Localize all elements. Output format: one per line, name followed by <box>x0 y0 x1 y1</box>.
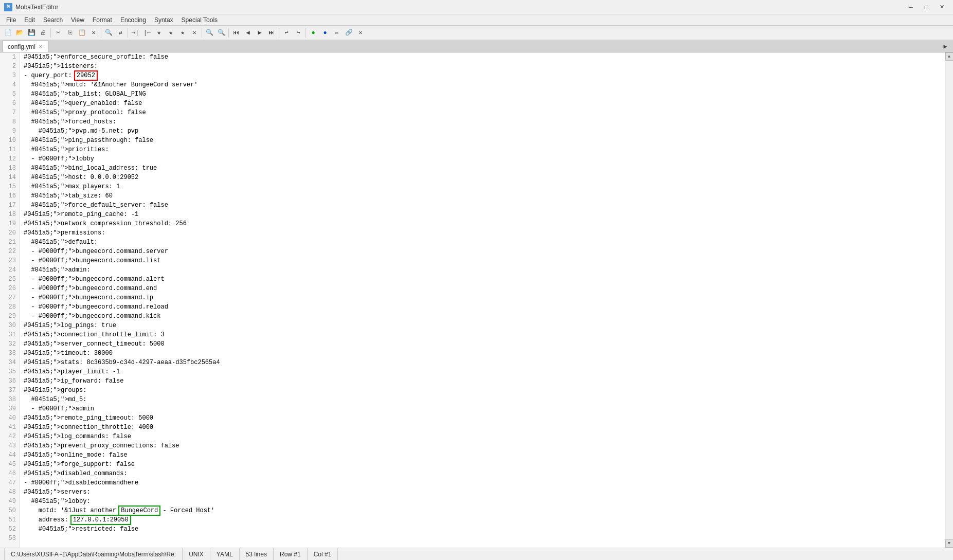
end-button[interactable]: ⏭ <box>266 27 277 39</box>
menu-encoding[interactable]: Encoding <box>116 15 150 25</box>
zoom-in-button[interactable]: 🔍 <box>204 27 215 39</box>
next-button[interactable]: ▶ <box>254 27 265 39</box>
code-line[interactable]: #0451a5;">servers: <box>24 487 941 497</box>
code-line[interactable]: - #0000ff;">lobby <box>24 154 941 164</box>
code-line[interactable]: motd: '&1Just another BungeeCord - Force… <box>24 506 941 515</box>
unindent-button[interactable]: |← <box>141 27 153 39</box>
code-line[interactable]: #0451a5;">md_5: <box>24 395 941 404</box>
code-line[interactable]: #0451a5;">query_enabled: false <box>24 99 941 108</box>
code-line[interactable]: address: 127.0.0.1:29050 <box>24 515 941 525</box>
open-button[interactable]: 📂 <box>14 27 25 39</box>
code-line[interactable]: #0451a5;">online_mode: false <box>24 450 941 460</box>
code-line[interactable]: #0451a5;">connection_throttle_limit: 3 <box>24 330 941 339</box>
prev-button[interactable]: ◀ <box>242 27 254 39</box>
code-line[interactable]: #0451a5;">restricted: false <box>24 525 941 534</box>
copy-button[interactable]: ⎘ <box>64 27 76 39</box>
code-line[interactable]: #0451a5;">priorities: <box>24 145 941 154</box>
star3-button[interactable]: ★ <box>177 27 188 39</box>
code-line[interactable]: #0451a5;">disabled_commands: <box>24 469 941 478</box>
vertical-scrollbar[interactable]: ▲ ▼ <box>945 52 953 548</box>
search-button[interactable]: 🔍 <box>103 27 114 39</box>
code-line[interactable]: #0451a5;">prevent_proxy_connections: fal… <box>24 441 941 450</box>
link-button[interactable]: 🔗 <box>343 27 354 39</box>
code-line[interactable]: #0451a5;">bind_local_address: true <box>24 164 941 173</box>
code-line[interactable]: #0451a5;">connection_throttle: 4000 <box>24 423 941 432</box>
menu-syntax[interactable]: Syntax <box>150 15 177 25</box>
code-line[interactable]: #0451a5;">default: <box>24 238 941 247</box>
delete-button[interactable]: ✕ <box>88 27 99 39</box>
code-line[interactable]: - #0000ff;">bungeecord.command.end <box>24 284 941 293</box>
begin-button[interactable]: ⏮ <box>230 27 242 39</box>
code-line[interactable]: #0451a5;">groups: <box>24 386 941 395</box>
code-line[interactable]: #0451a5;">host: 0.0.0.0:29052 <box>24 173 941 182</box>
code-line[interactable]: - #0000ff;">bungeecord.command.list <box>24 256 941 265</box>
tab-close-button[interactable]: ✕ <box>39 44 43 49</box>
print-button[interactable]: 🖨 <box>38 27 49 39</box>
indent-button[interactable]: →| <box>130 27 141 39</box>
menu-special-tools[interactable]: Special Tools <box>177 15 222 25</box>
menu-search[interactable]: Search <box>39 15 67 25</box>
code-line[interactable]: #0451a5;">remote_ping_timeout: 5000 <box>24 413 941 423</box>
star1-button[interactable]: ★ <box>153 27 165 39</box>
code-line[interactable]: #0451a5;">server_connect_timeout: 5000 <box>24 339 941 349</box>
code-line[interactable]: #0451a5;">proxy_protocol: false <box>24 108 941 117</box>
code-line[interactable]: #0451a5;">listeners: <box>24 62 941 71</box>
save-button[interactable]: 💾 <box>26 27 37 39</box>
code-line[interactable]: #0451a5;">stats: 8c3635b9-c34d-4297-aeaa… <box>24 358 941 367</box>
scroll-right-button[interactable]: ▶ <box>940 41 951 52</box>
code-line[interactable]: - #0000ff;">bungeecord.command.server <box>24 247 941 256</box>
menu-format[interactable]: Format <box>88 15 116 25</box>
code-line[interactable]: #0451a5;">tab_list: GLOBAL_PING <box>24 89 941 99</box>
minimize-button[interactable]: ─ <box>904 2 918 12</box>
code-line[interactable]: - #0000ff;">bungeecord.command.ip <box>24 293 941 302</box>
code-line[interactable]: - #0000ff;">bungeecord.command.alert <box>24 275 941 284</box>
redo-button[interactable]: ↪ <box>293 27 304 39</box>
code-line[interactable]: #0451a5;">remote_ping_cache: -1 <box>24 210 941 219</box>
close-button2[interactable]: ✕ <box>355 27 366 39</box>
find-replace-button[interactable]: ⇄ <box>115 27 126 39</box>
code-line[interactable]: #0451a5;">tab_size: 60 <box>24 191 941 201</box>
code-line[interactable]: - #0000ff;">bungeecord.command.reload <box>24 302 941 312</box>
menu-view[interactable]: View <box>67 15 88 25</box>
tab-config-yml[interactable]: config.yml ✕ <box>2 41 48 52</box>
code-line[interactable]: #0451a5;">permissions: <box>24 228 941 238</box>
blue-button[interactable]: ● <box>319 27 331 39</box>
code-line[interactable]: #0451a5;">enforce_secure_profile: false <box>24 52 941 62</box>
green-button[interactable]: ● <box>308 27 319 39</box>
close-button[interactable]: ✕ <box>934 2 949 12</box>
code-line[interactable]: #0451a5;">ip_forward: false <box>24 376 941 386</box>
code-line[interactable]: - query_port: 29052 <box>24 71 941 80</box>
code-line[interactable]: #0451a5;">log_commands: false <box>24 432 941 441</box>
code-line[interactable]: #0451a5;">motd: '&1Another BungeeCord se… <box>24 80 941 89</box>
scroll-down-arrow[interactable]: ▼ <box>945 539 954 548</box>
code-line[interactable]: - #0000ff;">disabledcommandhere <box>24 478 941 487</box>
pencil-button[interactable]: ✏ <box>331 27 343 39</box>
code-line[interactable]: #0451a5;">pvp.md-5.net: pvp <box>24 127 941 136</box>
cross-button[interactable]: ✕ <box>189 27 200 39</box>
code-line[interactable]: #0451a5;">forced_hosts: <box>24 117 941 127</box>
star2-button[interactable]: ★ <box>165 27 176 39</box>
code-line[interactable]: - #0000ff;">admin <box>24 404 941 413</box>
code-line[interactable]: #0451a5;">max_players: 1 <box>24 182 941 191</box>
code-content[interactable]: #0451a5;">enforce_secure_profile: false#… <box>20 52 945 548</box>
paste-button[interactable]: 📋 <box>76 27 87 39</box>
code-line[interactable]: #0451a5;">player_limit: -1 <box>24 367 941 376</box>
code-line[interactable]: #0451a5;">force_default_server: false <box>24 201 941 210</box>
code-line[interactable]: #0451a5;">admin: <box>24 265 941 275</box>
menu-file[interactable]: File <box>2 15 20 25</box>
code-line[interactable]: #0451a5;">forge_support: false <box>24 460 941 469</box>
code-line[interactable]: #0451a5;">ping_passthrough: false <box>24 136 941 145</box>
new-button[interactable]: 📄 <box>2 27 13 39</box>
code-line[interactable] <box>24 534 941 543</box>
code-line[interactable]: - #0000ff;">bungeecord.command.kick <box>24 312 941 321</box>
code-line[interactable]: #0451a5;">log_pings: true <box>24 321 941 330</box>
menu-edit[interactable]: Edit <box>20 15 39 25</box>
code-line[interactable]: #0451a5;">network_compression_threshold:… <box>24 219 941 228</box>
code-line[interactable]: #0451a5;">timeout: 30000 <box>24 349 941 358</box>
zoom-out-button[interactable]: 🔍 <box>215 27 227 39</box>
scroll-up-arrow[interactable]: ▲ <box>945 52 954 61</box>
maximize-button[interactable]: □ <box>919 2 933 12</box>
cut-button[interactable]: ✂ <box>52 27 64 39</box>
undo-button[interactable]: ↩ <box>281 27 292 39</box>
code-line[interactable]: #0451a5;">lobby: <box>24 497 941 506</box>
